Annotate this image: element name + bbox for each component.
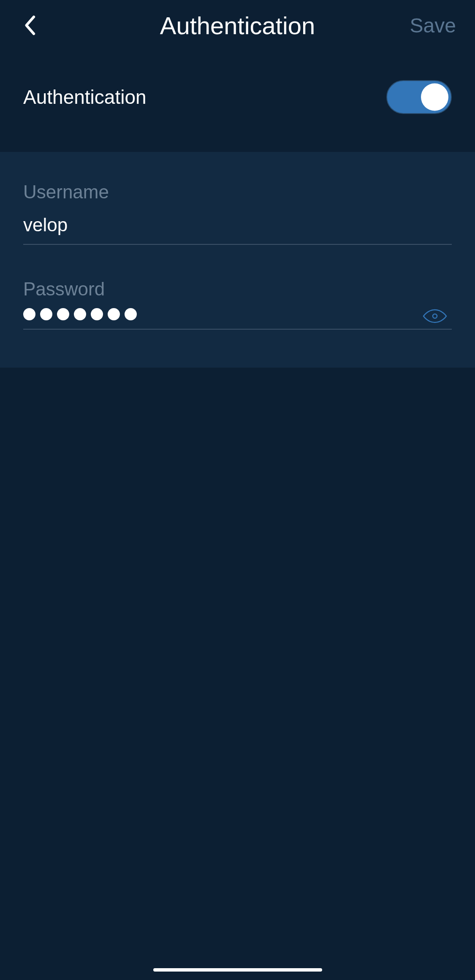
toggle-knob: [421, 84, 448, 111]
password-dot: [40, 308, 52, 320]
username-label: Username: [23, 181, 452, 203]
username-group: Username: [23, 181, 452, 245]
password-group: Password: [23, 279, 452, 330]
password-dot: [108, 308, 120, 320]
password-dot: [91, 308, 103, 320]
header: Authentication Save: [0, 0, 475, 55]
svg-point-0: [433, 314, 437, 318]
auth-toggle-label: Authentication: [23, 86, 147, 108]
home-indicator[interactable]: [153, 968, 322, 972]
eye-icon: [423, 309, 447, 324]
auth-toggle-section: Authentication: [0, 55, 475, 152]
show-password-button[interactable]: [422, 308, 448, 325]
back-button[interactable]: [21, 13, 38, 38]
page-title: Authentication: [160, 11, 315, 40]
password-dot: [23, 308, 35, 320]
password-row: [23, 308, 452, 330]
password-dot: [57, 308, 69, 320]
password-input[interactable]: [23, 308, 452, 320]
password-label: Password: [23, 279, 452, 300]
chevron-left-icon: [23, 15, 36, 36]
username-input[interactable]: [23, 211, 452, 245]
password-dot: [125, 308, 137, 320]
password-dot: [74, 308, 86, 320]
save-button[interactable]: Save: [410, 14, 456, 37]
credentials-form: Username Password: [0, 152, 475, 368]
auth-toggle[interactable]: [386, 80, 452, 114]
